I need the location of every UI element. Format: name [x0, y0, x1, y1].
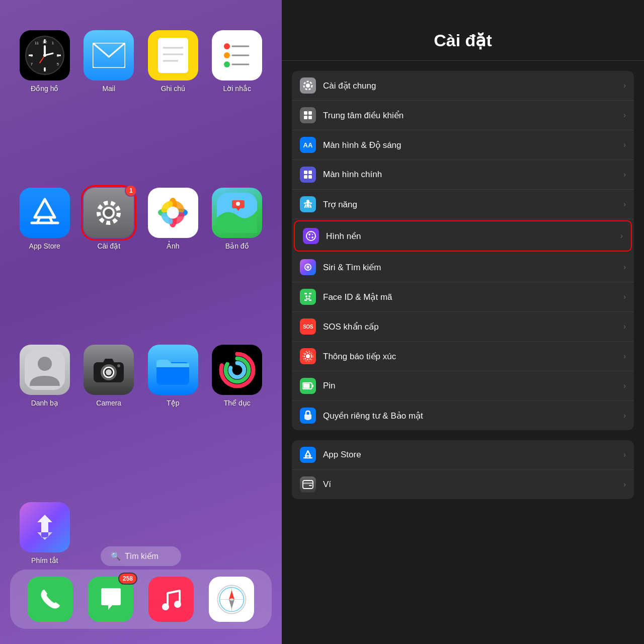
- search-bar[interactable]: 🔍 Tìm kiếm: [101, 546, 181, 566]
- svg-rect-89: [304, 299, 307, 301]
- chevron-homescreen: ›: [623, 170, 626, 179]
- app-notes[interactable]: Ghi chú: [143, 30, 203, 173]
- settings-item-accessibility[interactable]: Trợ năng ›: [292, 190, 634, 219]
- chevron-exposure: ›: [623, 352, 626, 361]
- settings-label-wallet: Ví: [323, 479, 623, 490]
- svg-text:12: 12: [42, 40, 47, 44]
- settings-icon-privacy: [300, 408, 316, 424]
- settings-item-homescreen[interactable]: Màn hình chính ›: [292, 160, 634, 190]
- app-reminders[interactable]: Lời nhắc: [208, 30, 267, 173]
- app-appstore-label: App Store: [29, 242, 60, 250]
- settings-label-battery: Pin: [323, 381, 623, 391]
- settings-icon-wallpaper: [303, 228, 319, 244]
- svg-text:7: 7: [31, 62, 33, 66]
- settings-group-2: App Store › Ví ›: [292, 440, 634, 499]
- settings-item-exposure[interactable]: Thông báo tiếp xúc ›: [292, 342, 634, 371]
- settings-item-siri[interactable]: Siri & Tìm kiếm ›: [292, 253, 634, 282]
- settings-icon-faceid: [300, 289, 316, 305]
- settings-icon-general: [300, 77, 316, 94]
- dock-music[interactable]: [148, 577, 194, 622]
- svg-point-9: [43, 54, 46, 57]
- chevron-accessibility: ›: [623, 200, 626, 209]
- svg-rect-71: [308, 111, 312, 115]
- settings-group-1: Cài đặt chung › Trung tâm điều khiển ›: [292, 71, 634, 430]
- settings-item-control[interactable]: Trung tâm điều khiển ›: [292, 101, 634, 130]
- app-reminders-label: Lời nhắc: [223, 85, 251, 93]
- svg-point-60: [162, 603, 169, 610]
- settings-label-faceid: Face ID & Mật mã: [323, 292, 623, 302]
- app-appstore[interactable]: App Store: [15, 188, 74, 330]
- svg-point-48: [236, 202, 240, 206]
- svg-point-84: [310, 232, 311, 233]
- svg-text:6: 6: [44, 67, 46, 71]
- app-contacts[interactable]: Danh bạ: [15, 345, 74, 487]
- settings-item-privacy[interactable]: Quyền riêng tư & Bảo mật ›: [292, 401, 634, 430]
- settings-item-display[interactable]: AA Màn hình & Độ sáng ›: [292, 130, 634, 160]
- settings-item-battery[interactable]: Pin ›: [292, 371, 634, 401]
- svg-rect-76: [304, 175, 307, 179]
- app-fitness-label: Thể dục: [224, 399, 251, 407]
- svg-rect-88: [309, 293, 311, 294]
- settings-icon-homescreen: [300, 167, 316, 183]
- app-mail[interactable]: Mail: [79, 30, 139, 173]
- settings-item-appstore[interactable]: App Store ›: [292, 440, 634, 470]
- svg-point-44: [167, 207, 179, 219]
- dock-messages[interactable]: 258: [88, 577, 133, 622]
- svg-rect-73: [308, 116, 312, 119]
- settings-label-exposure: Thông báo tiếp xúc: [323, 351, 623, 362]
- settings-item-sos[interactable]: SOS SOS khẩn cấp ›: [292, 312, 634, 342]
- settings-icon-siri: [300, 259, 316, 275]
- svg-point-81: [311, 236, 313, 238]
- settings-icon-sos: SOS: [300, 318, 316, 335]
- settings-icon-exposure: [300, 348, 316, 364]
- svg-rect-74: [304, 171, 307, 174]
- settings-label-accessibility: Trợ năng: [323, 199, 623, 210]
- app-clock[interactable]: 12 3 6 9 1 5 11 7 Đồng hồ: [15, 30, 74, 173]
- svg-rect-72: [304, 116, 307, 119]
- svg-rect-20: [158, 38, 188, 73]
- settings-label-appstore2: App Store: [323, 450, 623, 460]
- settings-item-wallet[interactable]: Ví ›: [292, 470, 634, 499]
- svg-point-61: [174, 601, 181, 608]
- svg-point-35: [105, 209, 113, 217]
- settings-icon-appstore2: [300, 447, 316, 463]
- svg-point-26: [224, 52, 230, 58]
- search-label: Tìm kiếm: [125, 551, 158, 561]
- badge-messages: 258: [118, 573, 137, 585]
- svg-point-24: [224, 43, 230, 49]
- svg-rect-77: [308, 175, 312, 179]
- settings-label-wallpaper: Hình nền: [326, 231, 620, 242]
- badge-settings: 1: [125, 185, 137, 197]
- svg-point-28: [224, 61, 230, 67]
- dock-safari[interactable]: [209, 577, 254, 622]
- settings-list: Cài đặt chung › Trung tâm điều khiển ›: [282, 61, 644, 644]
- settings-icon-accessibility: [300, 196, 316, 212]
- app-settings[interactable]: 1 Cài đặt: [79, 188, 139, 330]
- settings-item-faceid[interactable]: Face ID & Mật mã ›: [292, 282, 634, 312]
- svg-point-92: [308, 295, 310, 297]
- chevron-siri: ›: [623, 263, 626, 272]
- chevron-faceid: ›: [623, 292, 626, 301]
- settings-icon-wallet: [300, 476, 316, 493]
- chevron-wallet: ›: [623, 480, 626, 489]
- svg-text:1: 1: [52, 41, 54, 45]
- chevron-sos: ›: [623, 322, 626, 331]
- settings-item-general[interactable]: Cài đặt chung ›: [292, 71, 634, 101]
- settings-label-privacy: Quyền riêng tư & Bảo mật: [323, 411, 623, 421]
- settings-label-sos: SOS khẩn cấp: [323, 321, 623, 332]
- app-files[interactable]: Tệp: [143, 345, 203, 487]
- chevron-appstore2: ›: [623, 450, 626, 459]
- svg-point-54: [106, 369, 112, 375]
- svg-rect-90: [309, 299, 311, 301]
- settings-item-wallpaper[interactable]: Hình nền ›: [294, 220, 632, 252]
- dock-phone[interactable]: [28, 577, 73, 622]
- svg-text:3: 3: [57, 53, 59, 58]
- app-maps[interactable]: Bản đồ: [208, 188, 267, 330]
- app-mail-label: Mail: [102, 85, 115, 93]
- chevron-control: ›: [623, 111, 626, 120]
- svg-rect-70: [304, 111, 307, 115]
- app-photos[interactable]: Ảnh: [143, 188, 203, 330]
- app-fitness[interactable]: Thể dục: [208, 345, 267, 487]
- app-camera[interactable]: Camera: [79, 345, 139, 487]
- svg-rect-87: [304, 293, 307, 294]
